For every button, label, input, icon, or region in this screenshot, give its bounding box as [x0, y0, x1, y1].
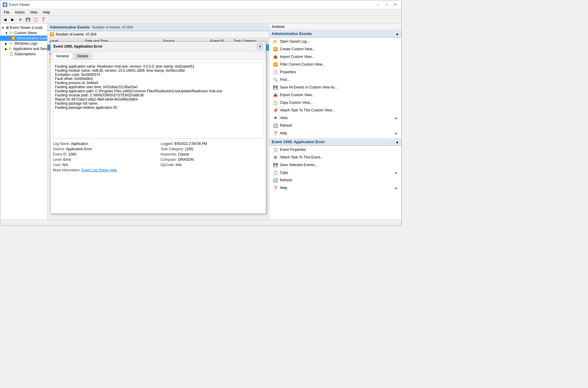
find-label: Find...	[280, 78, 290, 82]
section-2-title: Event 1000, Application Error	[272, 140, 325, 144]
action-attach-task-cv[interactable]: 📌 Attach Task To This Custom View...	[269, 106, 401, 114]
ae-icon: 🔽	[11, 36, 16, 40]
eid-value: 1000	[69, 152, 76, 156]
event-props-label: Event Properties	[280, 148, 306, 152]
toolbar-forward[interactable]: ▶	[9, 16, 16, 23]
toolbar-help[interactable]: ❓	[40, 16, 47, 23]
detail-user: User: N/A	[53, 163, 156, 167]
dialog-title: Event 1000, Application Error	[54, 44, 103, 48]
copy-arrow: ▶	[395, 171, 398, 174]
sidebar-item-custom-views[interactable]: ▼ 📁 Custom Views	[0, 30, 47, 36]
tab-general[interactable]: General	[52, 53, 73, 60]
user-label: User:	[53, 163, 61, 167]
refresh-icon-1: 🔄	[273, 123, 278, 128]
op-value: Info	[176, 163, 181, 167]
minimize-button[interactable]: ─	[375, 2, 382, 8]
view-arrow: ▶	[395, 116, 398, 120]
as-icon: 📁	[8, 47, 12, 51]
toolbar: ◀ ▶ ✕ 💾 📋 ❓	[0, 16, 401, 24]
sub-icon: 📋	[9, 52, 14, 56]
attach-cv-icon: 📌	[273, 108, 278, 113]
sidebar-item-windows-logs[interactable]: ▶ 📁 Windows Logs	[0, 41, 47, 46]
cv-label: Custom Views	[14, 31, 37, 35]
action-import-custom-view[interactable]: 📥 Import Custom View...	[269, 53, 401, 61]
kw-value: Classic	[178, 152, 189, 156]
action-open-saved-log[interactable]: 📂 Open Saved Log...	[269, 38, 401, 45]
help-icon-1: ❓	[273, 131, 278, 136]
menu-action[interactable]: Action	[12, 10, 27, 15]
save-all-icon: 💾	[273, 85, 278, 90]
action-event-properties[interactable]: 📋 Event Properties	[269, 146, 401, 153]
lv-value: Error	[63, 158, 71, 162]
event-props-icon: 📋	[273, 147, 278, 152]
dialog-header: Event 1000, Application Error ✕	[51, 42, 266, 51]
create-cv-icon: 🔽	[273, 46, 278, 52]
action-find[interactable]: 🔍 Find...	[269, 76, 401, 83]
toolbar-properties[interactable]: 📋	[32, 16, 39, 23]
center-panel: Administrative Events Number of events: …	[47, 24, 269, 220]
event-details-section: Log Name: Application Logged: 8/9/2022 2…	[53, 139, 263, 172]
detail-eventid: Event ID: 1000	[53, 152, 156, 156]
logged-value: 8/9/2022 2:58:56 PM	[174, 142, 207, 146]
more-info-link[interactable]: Event Log Online Help	[81, 168, 117, 172]
save-all-label: Save All Events in Custom View As...	[280, 85, 338, 89]
toolbar-back[interactable]: ◀	[1, 16, 9, 23]
create-cv-label: Create Custom View...	[280, 47, 315, 51]
detail-keywords: Keywords: Classic	[161, 152, 263, 156]
menu-file[interactable]: File	[1, 10, 12, 15]
eid-label: Event ID:	[53, 152, 67, 156]
copy-cv-icon: 📋	[273, 100, 278, 105]
op-label: OpCode:	[161, 163, 175, 167]
action-copy-event[interactable]: 📋 Copy ▶	[269, 169, 401, 176]
action-view[interactable]: 👁 View ▶	[269, 114, 401, 122]
action-save-selected[interactable]: 💾 Save Selected Events...	[269, 161, 401, 169]
main-window: 📋 Event Viewer ─ □ ✕ File Action View He…	[0, 0, 402, 226]
import-cv-icon: 📥	[273, 54, 278, 59]
logname-label: Log Name:	[53, 142, 70, 146]
maximize-button[interactable]: □	[383, 2, 391, 8]
help-icon-2: ❓	[273, 185, 278, 190]
as-arrow: ▶	[5, 47, 7, 51]
menu-help[interactable]: Help	[41, 10, 53, 15]
events-count: Number of events: 47,004	[92, 25, 133, 29]
actions-section-2-header: Event 1000, Application Error ▲	[269, 138, 401, 146]
properties-icon: 📋	[273, 69, 278, 75]
detail-logname: Log Name: Application	[53, 142, 156, 146]
sidebar-item-app-services[interactable]: ▶ 📁 Applications and Services Log...	[0, 46, 47, 51]
section-1-collapse[interactable]: ▲	[395, 32, 399, 36]
menu-view[interactable]: View	[28, 10, 40, 15]
action-refresh-1[interactable]: 🔄 Refresh	[269, 122, 401, 129]
sidebar-item-root[interactable]: ▼ 🖥 Event Viewer (Local)	[0, 25, 47, 30]
detail-level: Level: Error	[53, 158, 156, 162]
tab-details[interactable]: Details	[74, 53, 92, 60]
task-value: (100)	[185, 147, 193, 151]
sidebar-item-admin-events[interactable]: 🔽 Administrative Events	[0, 36, 47, 41]
comp-label: Computer:	[161, 158, 177, 162]
save-sel-icon: 💾	[273, 162, 278, 168]
action-create-custom-view[interactable]: 🔽 Create Custom View...	[269, 45, 401, 53]
action-save-all-events[interactable]: 💾 Save All Events in Custom View As...	[269, 83, 401, 91]
toolbar-save[interactable]: 💾	[24, 16, 31, 23]
window-title: Event Viewer	[9, 3, 30, 7]
action-attach-task-event[interactable]: ⚙ Attach Task To This Event...	[269, 153, 401, 161]
section-2-collapse[interactable]: ▲	[395, 140, 399, 144]
dialog-close-button[interactable]: ✕	[257, 44, 263, 49]
action-refresh-2[interactable]: 🔄 Refresh	[269, 176, 401, 184]
main-content: ▼ 🖥 Event Viewer (Local) ▼ 📁 Custom View…	[0, 24, 401, 220]
root-arrow: ▼	[1, 26, 5, 29]
action-copy-cv[interactable]: 📋 Copy Custom View...	[269, 99, 401, 106]
action-export-cv[interactable]: 📤 Export Custom View...	[269, 91, 401, 99]
action-properties[interactable]: 📋 Properties	[269, 68, 401, 76]
import-cv-label: Import Custom View...	[280, 55, 314, 59]
close-button[interactable]: ✕	[391, 2, 399, 8]
action-help-1[interactable]: ❓ Help ▶	[269, 129, 401, 137]
action-help-2[interactable]: ❓ Help ▶	[269, 184, 401, 192]
action-filter-current[interactable]: 🔽 Filter Current Custom View...	[269, 61, 401, 68]
window-controls: ─ □ ✕	[375, 2, 399, 8]
sidebar: ▼ 🖥 Event Viewer (Local) ▼ 📁 Custom View…	[0, 24, 47, 220]
refresh-label-2: Refresh	[280, 178, 292, 182]
filter-cv-icon: 🔽	[273, 62, 278, 67]
sidebar-item-subscriptions[interactable]: 📋 Subscriptions	[0, 51, 47, 57]
toolbar-stop[interactable]: ✕	[17, 16, 24, 23]
cv-icon: 📁	[9, 31, 14, 35]
